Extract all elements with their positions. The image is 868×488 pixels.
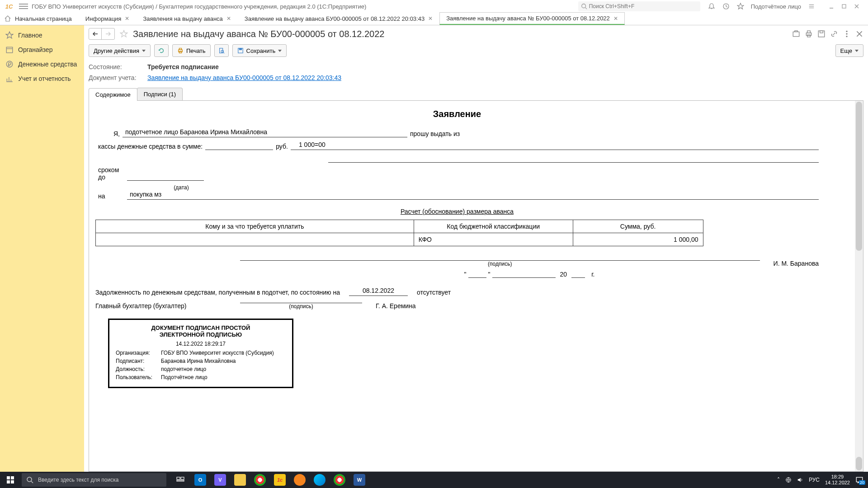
other-actions-button[interactable]: Другие действия xyxy=(89,44,151,57)
word-icon[interactable]: W xyxy=(350,472,369,488)
star-icon[interactable] xyxy=(736,2,745,10)
global-search-input[interactable] xyxy=(578,1,700,11)
tab-close-icon[interactable]: ✕ xyxy=(125,15,129,22)
btn-label: Печать xyxy=(186,47,206,54)
volume-icon[interactable] xyxy=(797,477,803,483)
doc-tab-signatures[interactable]: Подписи (1) xyxy=(137,88,183,100)
tab-request-print[interactable]: Заявление на выдачу аванса № БУ00-000005… xyxy=(439,12,625,25)
back-button[interactable] xyxy=(89,28,102,39)
main-menu-icon[interactable] xyxy=(19,2,28,11)
more-icon[interactable] xyxy=(843,30,851,38)
nav-organizer[interactable]: Органайзер xyxy=(0,42,84,57)
scroll-thumb[interactable] xyxy=(856,102,862,251)
nav-reports[interactable]: Учет и отчетность xyxy=(0,71,84,86)
col-header: Сумма, руб. xyxy=(573,220,703,233)
save-icon[interactable] xyxy=(817,30,826,38)
btn-label: Другие действия xyxy=(94,47,139,54)
explorer-icon[interactable] xyxy=(231,472,250,488)
table-cell: 1 000,00 xyxy=(573,233,703,246)
svg-rect-39 xyxy=(181,477,184,479)
scrollbar[interactable] xyxy=(855,101,863,471)
more-button[interactable]: Еще xyxy=(835,44,863,57)
tab-label: Заявление на выдачу аванса № БУ00-000005… xyxy=(446,15,610,22)
viber-icon[interactable]: V xyxy=(211,472,230,488)
edge-icon[interactable] xyxy=(310,472,329,488)
svg-point-21 xyxy=(846,36,847,37)
svg-rect-32 xyxy=(7,476,10,479)
doc-ref-link[interactable]: Заявление на выдачу аванса БУ00-000005 о… xyxy=(147,74,341,81)
favorite-button[interactable] xyxy=(118,28,129,39)
tab-close-icon[interactable]: ✕ xyxy=(428,15,433,22)
svg-rect-40 xyxy=(177,480,184,481)
nav-money[interactable]: Денежные средства xyxy=(0,57,84,71)
sign-caption: (подпись) xyxy=(240,303,362,310)
svg-rect-10 xyxy=(6,47,13,52)
tab-close-icon[interactable]: ✕ xyxy=(613,15,618,22)
tab-info[interactable]: Информация ✕ xyxy=(79,12,137,25)
minimize-icon[interactable] xyxy=(826,1,836,11)
person-field: подотчетное лицо Баранова Ирина Михайлов… xyxy=(123,128,407,137)
year20: 20 xyxy=(557,271,570,278)
refresh-button[interactable] xyxy=(154,44,169,57)
send-icon[interactable] xyxy=(792,30,800,38)
diskette-icon xyxy=(237,47,244,54)
tab-close-icon[interactable]: ✕ xyxy=(226,15,231,22)
close-view-icon[interactable] xyxy=(855,30,863,38)
svg-line-1 xyxy=(585,8,587,9)
svg-line-37 xyxy=(31,481,33,483)
purpose-label: на xyxy=(95,192,127,200)
currency: руб. xyxy=(273,143,291,150)
doc-ref-label: Документ учета: xyxy=(89,74,143,81)
bell-icon[interactable] xyxy=(708,2,716,10)
notifications-icon[interactable]: 20 xyxy=(855,476,863,484)
preview-button[interactable] xyxy=(214,44,229,57)
close-icon[interactable] xyxy=(852,1,862,11)
chrome2-icon[interactable] xyxy=(330,472,349,488)
scroll-thumb[interactable] xyxy=(856,457,862,470)
document-body: Заявление Я, подотчетное лицо Баранова И… xyxy=(89,101,855,471)
blank-sum-div xyxy=(205,141,273,150)
start-button[interactable] xyxy=(0,472,21,488)
task-view-icon[interactable] xyxy=(171,472,190,488)
language-indicator[interactable]: РУС xyxy=(809,477,820,483)
tray-chevron-icon[interactable]: ˄ xyxy=(777,477,780,483)
chrome-icon[interactable] xyxy=(250,472,269,488)
1c-icon[interactable]: 1c xyxy=(270,472,289,488)
history-icon[interactable] xyxy=(722,2,730,10)
nav-main[interactable]: Главное xyxy=(0,28,84,42)
svg-rect-26 xyxy=(179,52,181,53)
nav-label: Денежные средства xyxy=(18,61,77,68)
outlook-icon[interactable]: O xyxy=(191,472,210,488)
save-button[interactable]: Сохранить xyxy=(232,44,287,57)
year-g: г. xyxy=(587,271,594,278)
sign-caption: (подпись) xyxy=(240,261,760,267)
clock[interactable]: 18:29 14.12.2022 xyxy=(825,474,850,486)
taskbar-search[interactable]: Введите здесь текст для поиска xyxy=(22,473,166,487)
print-button[interactable]: Печать xyxy=(172,44,211,57)
open-tabs: Начальная страница Информация ✕ Заявлени… xyxy=(0,13,868,25)
accountant-name: Г. А. Еремина xyxy=(371,302,416,310)
debt-state: отсутствует xyxy=(417,289,451,296)
app-titlebar: 1C ГОБУ ВПО Университет искусств (Субсид… xyxy=(0,0,868,13)
tab-home[interactable]: Начальная страница xyxy=(0,12,79,25)
amount-field: 1 000=00 xyxy=(291,141,819,150)
app-icon[interactable] xyxy=(290,472,309,488)
term-label: сроком до xyxy=(95,166,127,181)
search-icon xyxy=(26,476,33,483)
link-icon[interactable] xyxy=(830,30,838,38)
maximize-icon[interactable] xyxy=(839,1,849,11)
date-caption: (дата) xyxy=(127,184,236,191)
tab-request-doc[interactable]: Заявление на выдачу аванса БУ00-000005 о… xyxy=(238,12,439,25)
doc-tab-content[interactable]: Содержимое xyxy=(89,88,137,101)
current-user[interactable]: Подотчётное лицо xyxy=(751,3,801,10)
chevron-down-icon xyxy=(278,50,282,52)
tab-requests-list[interactable]: Заявления на выдачу аванса ✕ xyxy=(136,12,237,25)
network-icon[interactable] xyxy=(785,477,792,483)
calendar-icon xyxy=(5,46,14,54)
forward-button[interactable] xyxy=(102,28,114,39)
options-icon[interactable] xyxy=(807,2,816,10)
star-icon xyxy=(5,31,14,39)
day-field xyxy=(468,277,486,278)
print-icon[interactable] xyxy=(805,30,813,38)
home-icon xyxy=(4,15,11,22)
